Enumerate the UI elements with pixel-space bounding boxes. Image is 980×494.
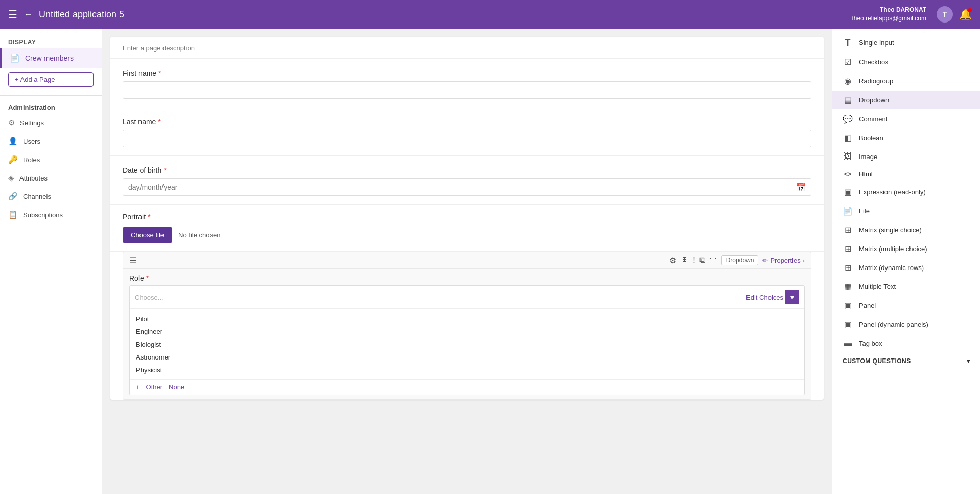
sidebar-item-crew-members[interactable]: 📄 Crew members: [0, 48, 102, 68]
subscriptions-icon: 📋: [8, 210, 18, 219]
file-icon: 📄: [843, 206, 853, 216]
choose-file-button[interactable]: Choose file: [123, 227, 172, 243]
comment-label: Comment: [859, 115, 888, 123]
properties-link[interactable]: ✏ Properties ›: [762, 257, 805, 264]
panel-item-panel-dynamic[interactable]: ▣ Panel (dynamic panels): [832, 315, 980, 334]
dropdown-label: Dropdown: [859, 96, 889, 104]
portrait-label: Portrait *: [123, 213, 811, 221]
matrix-single-label: Matrix (single choice): [859, 226, 922, 234]
portrait-upload-row: Choose file No file chosen: [123, 227, 811, 243]
panel-dynamic-label: Panel (dynamic panels): [859, 321, 928, 328]
exclamation-icon[interactable]: !: [693, 256, 695, 265]
topbar-icons: T 🔔: [937, 6, 972, 23]
dropdown-field-section: ☰ ⚙ 👁 ! ⧉ 🗑 Dropdown ✏ Properties ›: [123, 252, 811, 400]
calendar-icon[interactable]: 📅: [796, 183, 806, 192]
panel-item-comment[interactable]: 💬 Comment: [832, 109, 980, 128]
back-icon[interactable]: ←: [24, 9, 33, 20]
role-label-row: Role *: [123, 269, 811, 285]
copy-icon[interactable]: ⧉: [699, 256, 705, 265]
panel-item-multiple-text[interactable]: ▦ Multiple Text: [832, 277, 980, 296]
multiple-text-icon: ▦: [843, 282, 853, 291]
file-label: File: [859, 207, 870, 215]
option-physicist[interactable]: Physicist: [130, 364, 804, 376]
add-page-button[interactable]: + Add a Page: [8, 72, 94, 87]
custom-questions-header[interactable]: CUSTOM QUESTIONS ▾: [832, 352, 980, 370]
option-pilot[interactable]: Pilot: [130, 312, 804, 325]
other-link[interactable]: Other: [146, 383, 163, 391]
menu-icon[interactable]: ☰: [8, 8, 17, 20]
last-name-label: Last name *: [123, 118, 811, 126]
option-astronomer[interactable]: Astronomer: [130, 351, 804, 364]
sidebar-item-subscriptions[interactable]: 📋 Subscriptions: [0, 206, 102, 224]
page-description-input[interactable]: [123, 44, 811, 52]
matrix-dynamic-icon: ⊞: [843, 263, 853, 273]
html-label: Html: [859, 170, 873, 178]
panel-item-tag-box[interactable]: ▬ Tag box: [832, 334, 980, 352]
first-name-input[interactable]: [123, 81, 811, 99]
subscriptions-label: Subscriptions: [23, 211, 63, 219]
settings-label: Settings: [20, 119, 44, 127]
panel-label: Panel: [859, 302, 876, 309]
panel-item-file[interactable]: 📄 File: [832, 201, 980, 220]
image-icon: 🖼: [843, 152, 853, 161]
panel-item-checkbox[interactable]: ☑ Checkbox: [832, 53, 980, 72]
app-title: Untitled application 5: [39, 9, 846, 20]
none-link[interactable]: None: [169, 383, 184, 391]
channels-label: Channels: [23, 193, 51, 200]
delete-icon[interactable]: 🗑: [709, 256, 717, 265]
dropdown-options: Pilot Engineer Biologist Astronomer Phys…: [130, 309, 804, 379]
eye-icon[interactable]: 👁: [681, 256, 689, 265]
custom-questions-label: CUSTOM QUESTIONS: [843, 357, 911, 365]
roles-label: Roles: [23, 156, 40, 164]
dropdown-add-other-row: + Other None: [130, 379, 804, 395]
form-card-top: [110, 37, 824, 59]
sidebar-item-roles[interactable]: 🔑 Roles: [0, 150, 102, 169]
sidebar: Display 📄 Crew members + Add a Page Admi…: [0, 29, 102, 494]
users-label: Users: [23, 138, 40, 145]
panel-item-expression[interactable]: ▣ Expression (read-only): [832, 183, 980, 201]
last-name-required: *: [158, 118, 160, 126]
sidebar-item-attributes[interactable]: ◈ Attributes: [0, 169, 102, 187]
html-icon: <>: [843, 171, 853, 178]
user-name: Theo DARONAT: [852, 6, 926, 14]
tag-box-icon: ▬: [843, 339, 853, 348]
option-biologist[interactable]: Biologist: [130, 338, 804, 351]
dob-field: Date of birth * 📅: [110, 156, 824, 205]
option-engineer[interactable]: Engineer: [130, 325, 804, 338]
edit-choices-button[interactable]: Edit Choices: [746, 294, 783, 301]
sidebar-divider: [0, 95, 102, 96]
matrix-single-icon: ⊞: [843, 225, 853, 235]
panel-item-panel[interactable]: ▣ Panel: [832, 296, 980, 315]
panel-item-dropdown[interactable]: ▤ Dropdown: [832, 91, 980, 109]
hamburger-icon[interactable]: ☰: [129, 256, 136, 265]
panel-item-image[interactable]: 🖼 Image: [832, 147, 980, 166]
sidebar-item-settings[interactable]: ⚙ Settings: [0, 114, 102, 132]
expand-dropdown-button[interactable]: ▾: [785, 290, 799, 304]
panel-item-matrix-multiple[interactable]: ⊞ Matrix (multiple choice): [832, 239, 980, 258]
pencil-icon: ✏: [762, 257, 768, 264]
date-input-wrapper: 📅: [123, 178, 811, 196]
panel-item-boolean[interactable]: ◧ Boolean: [832, 128, 980, 147]
panel-item-matrix-single[interactable]: ⊞ Matrix (single choice): [832, 220, 980, 239]
panel-dynamic-icon: ▣: [843, 320, 853, 329]
last-name-input[interactable]: [123, 130, 811, 147]
settings-circle-icon[interactable]: ⚙: [669, 256, 676, 265]
user-info: Theo DARONAT theo.reliefapps@gmail.com: [852, 6, 926, 23]
panel-item-radiogroup[interactable]: ◉ Radiogroup: [832, 72, 980, 91]
image-label: Image: [859, 153, 877, 161]
sidebar-item-channels[interactable]: 🔗 Channels: [0, 187, 102, 206]
avatar[interactable]: T: [937, 6, 953, 23]
comment-icon: 💬: [843, 114, 853, 124]
sidebar-item-users[interactable]: 👤 Users: [0, 132, 102, 150]
single-input-icon: T: [843, 37, 853, 48]
panel-item-single-input[interactable]: T Single Input: [832, 33, 980, 53]
topbar: ☰ ← Untitled application 5 Theo DARONAT …: [0, 0, 980, 29]
date-input[interactable]: [128, 179, 796, 195]
crew-members-label: Crew members: [25, 54, 74, 62]
main-layout: Display 📄 Crew members + Add a Page Admi…: [0, 29, 980, 494]
notification-bell-icon[interactable]: 🔔: [959, 8, 972, 20]
add-choice-button[interactable]: +: [136, 383, 140, 391]
panel-item-matrix-dynamic[interactable]: ⊞ Matrix (dynamic rows): [832, 258, 980, 277]
role-label: Role: [129, 274, 144, 282]
panel-item-html[interactable]: <> Html: [832, 166, 980, 183]
